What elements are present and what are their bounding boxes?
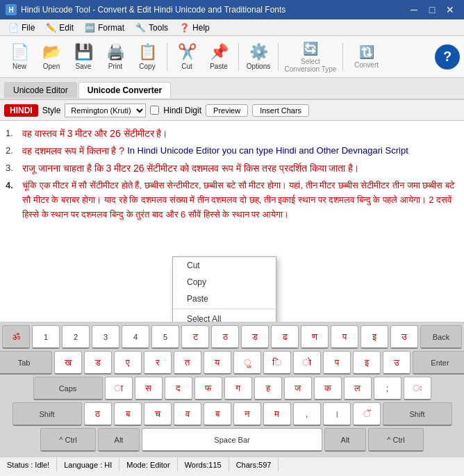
options-button[interactable]: ⚙️ Options [243, 39, 274, 75]
key-n[interactable]: न [233, 402, 261, 426]
save-button[interactable]: 💾 Save [68, 39, 99, 75]
key-s[interactable]: स [135, 377, 163, 400]
key-1[interactable]: 1 [32, 325, 60, 349]
menu-format[interactable]: 🔤 Format [79, 22, 130, 34]
key-9[interactable]: ढ [271, 325, 299, 349]
key-u[interactable]: ु [233, 351, 261, 375]
key-period[interactable]: । [323, 402, 351, 426]
open-button[interactable]: 📂 Open [36, 39, 67, 75]
ctx-copy[interactable]: Copy [173, 274, 276, 290]
key-y[interactable]: य [204, 351, 231, 375]
key-v[interactable]: व [174, 402, 201, 426]
key-o[interactable]: ो [293, 351, 321, 375]
new-button[interactable]: 📄 New [4, 39, 35, 75]
key-quote[interactable]: ः [404, 377, 431, 400]
separator-2 [238, 43, 239, 71]
keyboard-row-4: Shift ठ ब च व ब न म , । ॅ Shift [3, 402, 461, 426]
key-p[interactable]: प [323, 351, 351, 375]
key-l[interactable]: ल [344, 377, 372, 400]
key-space[interactable]: Space Bar [142, 428, 322, 452]
key-bracket-r[interactable]: उ [383, 351, 411, 375]
hindi-digit-checkbox[interactable] [150, 106, 159, 115]
key-t[interactable]: त [174, 351, 201, 375]
key-k[interactable]: क [314, 377, 342, 400]
key-semicolon[interactable]: ; [374, 377, 401, 400]
help-circle-button[interactable]: ? [435, 44, 460, 69]
maximize-button[interactable]: □ [424, 3, 440, 17]
key-5[interactable]: 5 [151, 325, 179, 349]
toolbar: 📄 New 📂 Open 💾 Save 🖨️ Print 📋 Copy ✂️ C… [0, 36, 464, 78]
key-6[interactable]: ट [181, 325, 209, 349]
tab-unicode-editor[interactable]: Unicode Editor [4, 82, 77, 98]
ctx-cut[interactable]: Cut [173, 257, 276, 274]
key-backtick[interactable]: ॐ [2, 325, 30, 349]
minimize-button[interactable]: ─ [406, 3, 422, 17]
key-2[interactable]: 2 [62, 325, 90, 349]
paste-button[interactable]: 📌 Paste [204, 39, 234, 75]
menu-help[interactable]: ❓ Help [174, 22, 215, 34]
tab-unicode-converter[interactable]: Unicode Converter [78, 82, 171, 98]
key-r[interactable]: र [144, 351, 172, 375]
key-minus[interactable]: प [331, 325, 358, 349]
menu-file[interactable]: 📄 File [3, 22, 40, 34]
convert-icon: 🔃 [359, 44, 374, 60]
key-alt-left[interactable]: Alt [98, 428, 140, 452]
key-alt-right[interactable]: Alt [324, 428, 366, 452]
key-j[interactable]: ज [284, 377, 312, 400]
key-h[interactable]: ह [254, 377, 282, 400]
key-b[interactable]: ब [204, 402, 231, 426]
ctx-select-all[interactable]: Select All [173, 311, 276, 322]
key-caps[interactable]: Caps [33, 377, 103, 400]
options-bar: HINDI Style Remington (Kruti) Inscript H… [0, 100, 464, 121]
key-shift-right[interactable]: Shift [383, 402, 452, 426]
menu-bar: 📄 File ✏️ Edit 🔤 Format 🔧 Tools ❓ Help [0, 19, 464, 36]
key-4[interactable]: 4 [122, 325, 149, 349]
cut-button[interactable]: ✂️ Cut [172, 39, 202, 75]
key-bracket-l[interactable]: इ [353, 351, 381, 375]
key-w[interactable]: ड [84, 351, 112, 375]
ctx-paste[interactable]: Paste [173, 290, 276, 307]
key-equals[interactable]: इ [361, 325, 388, 349]
copy-button[interactable]: 📋 Copy [132, 39, 163, 75]
key-z[interactable]: ठ [84, 402, 112, 426]
print-button[interactable]: 🖨️ Print [100, 39, 131, 75]
key-m[interactable]: म [263, 402, 291, 426]
key-comma[interactable]: , [293, 402, 321, 426]
editor-area[interactable]: 1. वह वास्तव में 3 मीटर और 26 सेंटीमीटर … [0, 121, 464, 322]
convert-button[interactable]: 🔃 Convert [347, 39, 386, 75]
context-menu: Cut Copy Paste Select All Language ▶ Edi… [172, 256, 276, 322]
key-e[interactable]: ए [114, 351, 142, 375]
preview-button[interactable]: Preview [206, 104, 248, 117]
style-select[interactable]: Remington (Kruti) Inscript [65, 104, 146, 117]
close-button[interactable]: ✕ [442, 3, 458, 17]
print-icon: 🖨️ [106, 43, 125, 61]
key-slash[interactable]: ॅ [353, 402, 381, 426]
keyboard-row-2: Tab ख ड ए र त य ु ि ो प इ उ Enter [3, 351, 461, 375]
key-0[interactable]: ण [301, 325, 329, 349]
key-f[interactable]: फ [194, 377, 222, 400]
select-conversion-button[interactable]: 🔄 Select Conversion Type [283, 39, 338, 75]
key-3[interactable]: 3 [92, 325, 119, 349]
status-idle: Status : Idle! [0, 457, 57, 472]
key-x[interactable]: ब [114, 402, 142, 426]
insert-chars-button[interactable]: Insert Chars [252, 104, 309, 117]
key-q[interactable]: ख [54, 351, 82, 375]
window-controls: ─ □ ✕ [406, 3, 458, 17]
key-enter[interactable]: Enter [413, 351, 465, 375]
key-ctrl-left[interactable]: ^ Ctrl [40, 428, 96, 452]
key-7[interactable]: ठ [211, 325, 239, 349]
key-8[interactable]: ड [241, 325, 269, 349]
key-c[interactable]: च [144, 402, 172, 426]
key-i[interactable]: ि [263, 351, 291, 375]
options-icon: ⚙️ [249, 43, 268, 61]
menu-edit[interactable]: ✏️ Edit [40, 22, 79, 34]
key-a[interactable]: ा [105, 377, 133, 400]
key-g[interactable]: ग [224, 377, 252, 400]
key-d[interactable]: द [165, 377, 192, 400]
key-backslash[interactable]: उ [390, 325, 418, 349]
key-ctrl-right[interactable]: ^ Ctrl [368, 428, 424, 452]
key-backspace[interactable]: Back [420, 325, 462, 349]
key-tab[interactable]: Tab [0, 351, 52, 375]
key-shift-left[interactable]: Shift [13, 402, 82, 426]
menu-tools[interactable]: 🔧 Tools [130, 22, 174, 34]
